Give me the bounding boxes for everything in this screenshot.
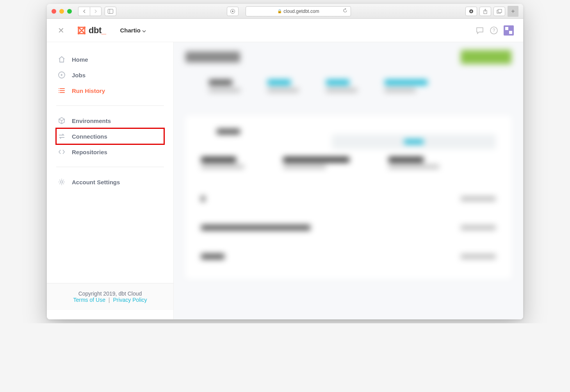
- sidebar-item-home[interactable]: Home: [56, 52, 164, 67]
- sidebar-item-label: Repositories: [72, 149, 107, 155]
- back-button[interactable]: [78, 7, 90, 16]
- url-text: cloud.getdbt.com: [283, 9, 319, 14]
- share-button[interactable]: [479, 7, 491, 16]
- arrows-icon: [58, 132, 66, 140]
- svg-point-11: [84, 32, 86, 34]
- sidebar-item-label: Run History: [72, 87, 105, 94]
- svg-rect-0: [108, 9, 113, 13]
- svg-text:?: ?: [493, 28, 495, 33]
- sidebar-item-jobs[interactable]: Jobs: [56, 67, 164, 83]
- sidebar: Home Jobs Run History: [47, 42, 174, 319]
- chevron-down-icon: [142, 27, 146, 34]
- browser-titlebar: 🔒 cloud.getdbt.com +: [47, 4, 523, 19]
- app-container: ✕ dbt_ Chartio ?: [47, 19, 523, 319]
- close-panel-button[interactable]: ✕: [56, 24, 66, 37]
- minimize-window-button[interactable]: [59, 9, 64, 14]
- account-dropdown[interactable]: Chartio: [120, 27, 146, 34]
- tabs-button[interactable]: [493, 7, 505, 16]
- sidebar-toggle-button[interactable]: [105, 7, 116, 16]
- reader-button[interactable]: [227, 7, 239, 16]
- main-content: [174, 42, 523, 319]
- svg-rect-7: [498, 9, 502, 12]
- sidebar-divider: [56, 167, 164, 167]
- account-name: Chartio: [120, 27, 141, 34]
- cube-icon: [58, 117, 66, 125]
- forward-button[interactable]: [90, 7, 102, 16]
- svg-point-9: [84, 26, 86, 28]
- blurred-content: [174, 42, 523, 319]
- sidebar-footer: Copyright 2019, dbt Cloud Terms of Use |…: [47, 283, 173, 310]
- reload-icon[interactable]: [343, 8, 347, 14]
- sidebar-item-label: Jobs: [72, 72, 86, 78]
- nav-back-forward: [78, 7, 102, 16]
- browser-window: 🔒 cloud.getdbt.com + ✕: [47, 4, 523, 319]
- logo-text: dbt_: [89, 25, 106, 36]
- copyright-text: Copyright 2019, dbt Cloud: [56, 290, 164, 297]
- svg-point-3: [232, 11, 233, 12]
- terms-link[interactable]: Terms of Use: [73, 297, 105, 303]
- home-icon: [58, 55, 66, 63]
- svg-point-10: [78, 32, 79, 34]
- dbt-logo-icon: [77, 26, 86, 35]
- gear-icon: [58, 178, 66, 186]
- privacy-link[interactable]: Privacy Policy: [113, 297, 147, 303]
- maximize-window-button[interactable]: [67, 9, 72, 14]
- sidebar-item-run-history[interactable]: Run History: [56, 83, 164, 98]
- logo[interactable]: dbt_: [77, 25, 106, 36]
- sidebar-item-label: Environments: [72, 118, 111, 124]
- app-header: ✕ dbt_ Chartio ?: [47, 19, 523, 42]
- window-controls: [52, 9, 72, 14]
- code-icon: [58, 148, 66, 156]
- sidebar-divider: [56, 105, 164, 106]
- sidebar-item-label: Connections: [72, 133, 107, 140]
- chat-icon[interactable]: [476, 26, 484, 35]
- list-icon: [58, 87, 66, 94]
- help-icon[interactable]: ?: [490, 26, 498, 35]
- sidebar-item-repositories[interactable]: Repositories: [56, 144, 164, 160]
- sidebar-item-connections[interactable]: Connections: [56, 128, 164, 144]
- lock-icon: 🔒: [277, 9, 282, 13]
- svg-point-15: [61, 181, 63, 183]
- sidebar-item-account-settings[interactable]: Account Settings: [56, 174, 164, 190]
- play-icon: [58, 71, 66, 79]
- url-bar[interactable]: 🔒 cloud.getdbt.com: [246, 6, 351, 16]
- svg-point-8: [78, 26, 79, 28]
- new-tab-button[interactable]: +: [508, 6, 518, 17]
- close-window-button[interactable]: [52, 9, 56, 14]
- sidebar-item-label: Account Settings: [72, 179, 120, 185]
- sidebar-item-environments[interactable]: Environments: [56, 113, 164, 128]
- download-button[interactable]: [465, 7, 477, 16]
- sidebar-item-label: Home: [72, 56, 88, 63]
- user-avatar[interactable]: [504, 25, 514, 36]
